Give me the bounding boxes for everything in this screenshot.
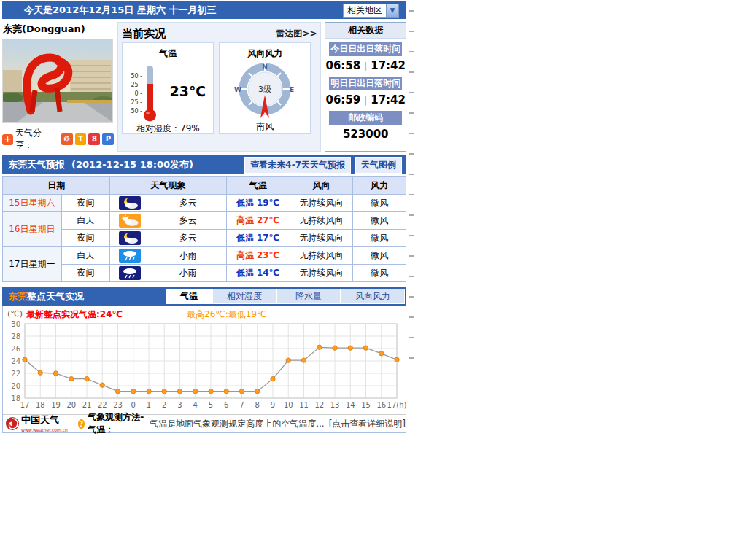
tab-humidity[interactable]: 相对湿度 (212, 289, 276, 304)
help-detail-link[interactable]: [点击查看详细说明] (329, 418, 406, 430)
sun-times-separator: | (360, 61, 371, 71)
kaixin-icon[interactable]: 8 (88, 133, 100, 145)
add-share-icon[interactable]: + (2, 134, 13, 145)
hourly-tabs: 气温 相对湿度 降水量 风向风力 (166, 289, 405, 304)
current-temperature-value: 23℃ (170, 83, 206, 99)
wind-dir-cell: 无持续风向 (290, 230, 353, 247)
svg-text:3: 3 (177, 401, 182, 409)
svg-text:13: 13 (330, 401, 340, 409)
humidity-value: 79% (180, 123, 200, 133)
date-cell: 15日星期六 (3, 195, 62, 212)
svg-text:23: 23 (113, 401, 123, 409)
wind-dir-cell: 无持续风向 (290, 212, 353, 230)
svg-text:15: 15 (361, 401, 371, 409)
svg-text:16: 16 (376, 401, 386, 409)
temperature-box: 气温 50 - 25 - 0 - -25 - -50 - (122, 42, 214, 134)
tab-wind[interactable]: 风向风力 (341, 289, 405, 304)
svg-text:14: 14 (346, 401, 355, 409)
col-temp: 气温 (226, 177, 290, 195)
svg-text:18: 18 (11, 394, 20, 402)
svg-text:20: 20 (66, 401, 76, 409)
col-wind-force: 风力 (353, 177, 406, 195)
today-date-text: 今天是2012年12月15日 星期六 十一月初三 (24, 4, 343, 17)
svg-text:25 -: 25 - (131, 82, 142, 88)
svg-text:22: 22 (98, 401, 107, 409)
sina-weibo-icon[interactable]: ❂ (61, 133, 73, 145)
main-row: 东莞(Dongguan) (2, 22, 406, 152)
tab-precipitation[interactable]: 降水量 (276, 289, 341, 304)
svg-text:1: 1 (147, 401, 151, 409)
tencent-weibo-icon[interactable]: T (75, 133, 87, 145)
light-rain-night-icon (119, 266, 141, 280)
forecast-table-header: 日期 天气现象 气温 风向 风力 (3, 177, 406, 195)
table-row: 17日星期一 白天 小雨 高温 23℃ 无持续风向 微风 (3, 247, 406, 265)
cloudy-night-icon (119, 231, 141, 245)
today-sunset: 17:42 (371, 59, 406, 72)
logo-text: 中国天气 (21, 414, 59, 425)
tomorrow-sunset: 17:42 (371, 93, 406, 106)
svg-text:30: 30 (11, 320, 20, 328)
compass-w-label: W (234, 86, 241, 93)
wind-direction: 南风 (220, 120, 310, 133)
period-cell: 夜间 (61, 265, 110, 282)
humidity-label: 相对湿度： (136, 123, 180, 133)
tomorrow-sun-times-label: 明日日出日落时间 (329, 77, 402, 90)
svg-text:6: 6 (224, 401, 228, 409)
svg-text:21: 21 (82, 401, 92, 409)
svg-text:17: 17 (20, 401, 30, 409)
qzone-icon[interactable]: P (102, 133, 114, 145)
svg-text:4: 4 (193, 401, 198, 409)
page-edge-ticks (409, 10, 414, 369)
wind-dir-cell: 无持续风向 (290, 247, 353, 265)
city-photo (2, 39, 113, 122)
svg-text:28: 28 (11, 332, 20, 341)
svg-text:12: 12 (314, 401, 324, 409)
forecast-title: 东莞天气预报 (2012-12-15 18:00发布) (8, 158, 244, 171)
future-forecast-button[interactable]: 查看未来4-7天天气预报 (244, 157, 351, 174)
wind-dir-cell: 无持续风向 (290, 195, 353, 212)
weather-legend-button[interactable]: 天气图例 (355, 157, 402, 174)
forecast-header-bar: 东莞天气预报 (2012-12-15 18:00发布) 查看未来4-7天天气预报… (2, 155, 406, 174)
latest-temp-label: 最新整点实况气温:24℃ (26, 308, 123, 321)
chart-unit-label: (℃) (7, 309, 23, 319)
period-cell: 白天 (61, 247, 110, 265)
svg-text:7: 7 (239, 401, 244, 409)
svg-text:17(h): 17(h) (387, 401, 406, 409)
condition-cell: 小雨 (150, 247, 226, 265)
help-title: 气象观测方法-气温： (88, 411, 147, 436)
chevron-down-icon[interactable]: ▼ (386, 4, 398, 17)
sun-times-separator: | (360, 96, 371, 106)
svg-text:0: 0 (131, 401, 136, 409)
tomorrow-sunrise: 06:59 (325, 93, 360, 106)
china-weather-logo-icon (6, 417, 19, 430)
china-weather-logo[interactable]: 中国天气 www.weather.com.cn (6, 415, 68, 433)
cloudy-day-icon (119, 214, 141, 228)
tomorrow-sun-times-value: 06:59|17:42 (325, 90, 406, 107)
temp-cell: 高温 23℃ (226, 247, 290, 265)
radar-link[interactable]: 雷达图>> (276, 28, 317, 40)
wind-level: 3级 (258, 85, 271, 94)
wind-force-cell: 微风 (353, 247, 406, 265)
svg-text:9: 9 (271, 401, 275, 409)
svg-text:24: 24 (11, 357, 20, 365)
svg-text:20: 20 (11, 382, 20, 390)
condition-cell: 多云 (150, 230, 226, 247)
related-region-select[interactable]: 相关地区 ▼ (343, 4, 399, 18)
weather-icon-cell (110, 247, 150, 265)
period-cell: 夜间 (61, 230, 110, 247)
wind-box: 风向风力 N W E (219, 42, 311, 134)
logo-url: www.weather.com.cn (21, 427, 68, 432)
hourly-chart-panel: (℃) 最新整点实况气温:24℃ 最高26℃:最低19℃ 18202224262… (2, 306, 406, 433)
condition-cell: 多云 (150, 195, 226, 212)
weather-icon-cell (110, 265, 150, 282)
tab-temperature[interactable]: 气温 (166, 289, 212, 304)
table-row: 16日星期日 白天 多云 高温 27℃ 无持续风向 微风 (3, 212, 406, 230)
temperature-box-title: 气温 (123, 47, 213, 60)
svg-text:18: 18 (36, 401, 45, 409)
temp-cell: 低温 14℃ (226, 265, 290, 282)
compass-e-label: E (290, 86, 294, 93)
current-title: 当前实况 (122, 27, 166, 41)
condition-cell: 小雨 (150, 265, 226, 282)
svg-text:2: 2 (162, 401, 166, 409)
condition-cell: 多云 (150, 212, 226, 230)
